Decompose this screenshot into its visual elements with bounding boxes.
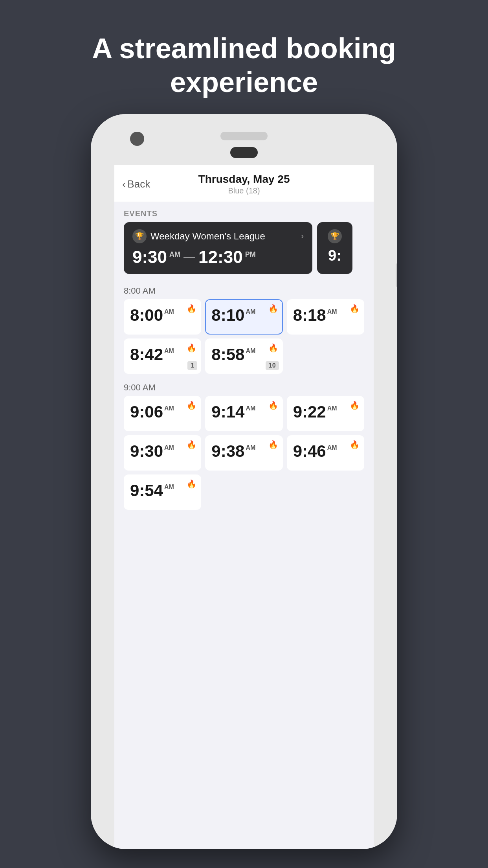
slot-badge: 10 — [266, 361, 279, 370]
time-grid-8am: 🔥 8:00AM 🔥 8:10AM 🔥 8:18AM — [114, 299, 374, 377]
header-subtitle: Blue (18) — [198, 186, 290, 195]
flame-icon: 🔥 — [268, 440, 278, 449]
header-center: Thrusday, May 25 Blue (18) — [198, 173, 290, 195]
time-slot-800[interactable]: 🔥 8:00AM — [124, 299, 201, 335]
flame-icon: 🔥 — [187, 479, 196, 489]
flame-icon: 🔥 — [350, 401, 360, 410]
time-slot-time: 9:54AM — [130, 482, 195, 499]
flame-icon: 🔥 — [350, 304, 360, 313]
phone-speaker — [220, 132, 268, 140]
time-slot-time: 8:58AM — [211, 346, 276, 363]
time-slot-906[interactable]: 🔥 9:06AM — [124, 396, 201, 431]
phone-sensor — [230, 147, 258, 158]
time-slot-time: 9:14AM — [211, 404, 276, 420]
time-slot-818[interactable]: 🔥 8:18AM — [287, 299, 364, 335]
time-slot-858[interactable]: 🔥 8:58AM 10 — [205, 338, 283, 374]
time-slot-time: 8:42AM — [130, 346, 195, 363]
flame-icon: 🔥 — [187, 401, 196, 410]
app-header: ‹ Back Thrusday, May 25 Blue (18) — [114, 165, 374, 202]
time-slot-time: 9:06AM — [130, 404, 195, 420]
phone-top — [91, 114, 397, 165]
time-group-9am-label: 9:00 AM — [114, 377, 374, 396]
page-headline: A streamlined booking experience — [61, 31, 427, 99]
phone-screen: ‹ Back Thrusday, May 25 Blue (18) EVENTS… — [114, 165, 374, 849]
time-slot-time: 9:46AM — [293, 443, 358, 460]
flame-icon: 🔥 — [268, 401, 278, 410]
event-card-header: 🏆 Weekday Women's League › — [132, 229, 304, 243]
phone-frame: ‹ Back Thrusday, May 25 Blue (18) EVENTS… — [91, 114, 397, 849]
slot-badge: 1 — [187, 361, 197, 370]
time-slot-954[interactable]: 🔥 9:54AM — [124, 474, 201, 510]
time-slot-930[interactable]: 🔥 9:30AM — [124, 435, 201, 471]
back-button[interactable]: ‹ Back — [122, 178, 150, 191]
flame-icon: 🔥 — [268, 304, 278, 313]
event-start-time: 9:30AM — [132, 247, 180, 267]
time-slot-922[interactable]: 🔥 9:22AM — [287, 396, 364, 431]
flame-icon: 🔥 — [187, 343, 196, 353]
phone-side-button — [396, 263, 397, 287]
time-slot-time: 9:30AM — [130, 443, 195, 460]
events-scroll: 🏆 Weekday Women's League › 9:30AM — 12:3… — [114, 222, 374, 280]
event-trophy-icon: 🏆 — [132, 229, 147, 243]
time-slot-938[interactable]: 🔥 9:38AM — [205, 435, 283, 471]
flame-icon: 🔥 — [187, 440, 196, 449]
time-slot-time: 8:18AM — [293, 307, 358, 324]
time-slot-810[interactable]: 🔥 8:10AM — [205, 299, 283, 335]
time-slot-time: 9:22AM — [293, 404, 358, 420]
time-slot-time: 9:38AM — [211, 443, 276, 460]
flame-icon: 🔥 — [350, 440, 360, 449]
time-slot-time: 8:10AM — [211, 307, 276, 324]
time-slot-946[interactable]: 🔥 9:46AM — [287, 435, 364, 471]
back-label: Back — [127, 178, 150, 190]
event-card[interactable]: 🏆 Weekday Women's League › 9:30AM — 12:3… — [124, 222, 312, 274]
back-chevron-icon: ‹ — [122, 178, 126, 191]
event-trophy-partial-icon: 🏆 — [328, 229, 342, 243]
flame-icon: 🔥 — [187, 304, 196, 313]
time-group-8am-label: 8:00 AM — [114, 280, 374, 299]
time-slot-time: 8:00AM — [130, 307, 195, 324]
event-end-time: 12:30PM — [198, 247, 256, 267]
event-arrow-icon: › — [301, 231, 304, 241]
time-grid-9am: 🔥 9:06AM 🔥 9:14AM 🔥 9:22AM — [114, 396, 374, 513]
flame-icon: 🔥 — [268, 343, 278, 353]
phone-camera — [130, 132, 144, 146]
event-card-partial: 🏆 9: — [317, 222, 352, 274]
time-slot-914[interactable]: 🔥 9:14AM — [205, 396, 283, 431]
events-section-label: EVENTS — [114, 202, 374, 222]
header-date: Thrusday, May 25 — [198, 173, 290, 186]
time-slot-842[interactable]: 🔥 8:42AM 1 — [124, 338, 201, 374]
event-name: Weekday Women's League — [150, 231, 297, 242]
